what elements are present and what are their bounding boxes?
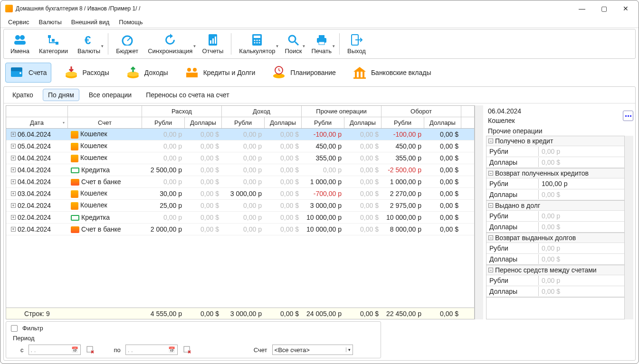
side-group-header[interactable]: −Получено в кредит [486,136,624,146]
tab-deposits[interactable]: Банковские вклады [348,63,435,82]
table-row[interactable]: +06.04.2024Кошелек0,00 р0,00 $0,00 р0,00… [6,129,474,140]
table-row[interactable]: +04.04.2024Счет в банке0,00 р0,00 $0,00 … [6,176,474,188]
tab-accounts[interactable]: Счета [5,63,51,83]
side-row: Рубли0,00 р [486,275,624,286]
col-income[interactable]: Доход [222,106,302,117]
collapse-icon[interactable]: − [488,268,493,272]
menu-help[interactable]: Помощь [114,18,147,27]
side-group-header[interactable]: −Выдано в долг [486,201,624,211]
tab-planning[interactable]: Планирование [267,63,340,82]
svg-point-34 [187,68,191,72]
col-turn[interactable]: Оборот [381,106,461,117]
clear-from-button[interactable] [86,345,95,355]
maximize-button[interactable]: ▢ [593,2,615,15]
side-row: Доллары0,00 $ [486,157,624,168]
menu-currencies[interactable]: Валюты [34,18,67,27]
vertical-scrollbar[interactable] [475,105,483,319]
subtab-brief[interactable]: Кратко [8,89,38,101]
more-options-button[interactable] [623,111,633,121]
chevron-down-icon: ▼ [332,44,335,48]
table-row[interactable]: +02.04.2024Кошелек25,00 р0,00 $0,00 р0,0… [6,200,474,212]
account-filter-select[interactable]: <Все счета>▾ [272,345,353,355]
side-group-header[interactable]: −Возврат полученных кредитов [486,168,624,178]
toolbar: Имена Категории € Валюты ▼ Бюджет Синхро… [3,29,636,59]
toolbar-search[interactable]: Поиск ▼ [280,31,306,56]
col-trn-rub[interactable]: Рубли [381,117,424,128]
bank-icon [71,179,79,186]
expand-icon[interactable]: + [11,191,16,196]
table-row[interactable]: +02.04.2024Счет в банке2 000,00 р0,00 $0… [6,224,474,235]
toolbar-calculator[interactable]: Калькулятор ▼ [234,31,280,56]
clear-to-button[interactable] [182,345,192,355]
side-row: Рубли0,00 р [486,243,624,254]
toolbar-sync[interactable]: Синхронизация ▼ [143,31,197,56]
svg-rect-11 [212,38,214,44]
table-body: +06.04.2024Кошелек0,00 р0,00 $0,00 р0,00… [6,129,474,308]
table-row[interactable]: +05.04.2024Кошелек0,00 р0,00 $0,00 р0,00… [6,140,474,152]
expand-icon[interactable]: + [11,203,16,208]
toolbar-budget[interactable]: Бюджет [111,31,143,56]
card-icon [71,168,79,173]
side-account: Кошелек [486,116,523,125]
expand-icon[interactable]: + [11,144,16,149]
users-icon [13,33,27,47]
table-row[interactable]: +04.04.2024Кредитка2 500,00 р0,00 $0,00 … [6,164,474,176]
col-expense[interactable]: Расход [142,106,222,117]
expand-icon[interactable]: + [11,156,16,160]
svg-point-1 [20,35,25,40]
expand-icon[interactable]: + [11,227,16,232]
table-row[interactable]: +02.04.2024Кредитка0,00 р0,00 $0,00 р0,0… [6,212,474,224]
collapse-icon[interactable]: − [488,139,493,143]
exit-icon [350,33,363,47]
menu-service[interactable]: Сервис [3,18,34,27]
chevron-down-icon: ▾ [63,121,65,125]
search-icon [286,33,300,47]
col-account[interactable]: Счет [68,117,142,128]
col-date[interactable]: Дата▾ [6,117,68,128]
expand-icon[interactable]: + [11,179,16,184]
svg-point-0 [15,35,20,40]
col-other[interactable]: Прочие операции [302,106,381,117]
expand-icon[interactable]: + [11,215,16,220]
toolbar-reports[interactable]: Отчеты [197,31,228,56]
filter-checkbox[interactable] [11,325,18,332]
expand-icon[interactable]: + [11,132,16,137]
table-row[interactable]: +04.04.2024Кошелек0,00 р0,00 $0,00 р0,00… [6,152,474,164]
collapse-icon[interactable]: − [488,235,493,240]
side-group-header[interactable]: −Возврат выданных долгов [486,233,624,243]
toolbar-exit[interactable]: Выход [343,31,371,56]
toolbar-currencies[interactable]: € Валюты ▼ [73,31,105,56]
col-exp-usd[interactable]: Доллары [185,117,222,128]
bank-icon [352,65,367,80]
col-inc-rub[interactable]: Рубли [222,117,265,128]
titlebar: Домашняя бухгалтерия 8 / Иванов /Пример … [0,0,639,17]
collapse-icon[interactable]: − [488,203,493,208]
side-scrollbar[interactable] [625,136,633,319]
tab-income[interactable]: Доходы [122,63,172,82]
toolbar-print[interactable]: Печать ▼ [306,31,336,56]
wallet-icon [71,131,78,139]
tab-credits[interactable]: Кредиты и Долги [181,63,259,82]
subtab-transfers[interactable]: Переносы со счета на счет [141,89,234,101]
chevron-down-icon: ▼ [100,44,104,48]
toolbar-names[interactable]: Имена [6,31,34,56]
menu-view[interactable]: Внешний вид [67,18,114,27]
date-from-input[interactable]: . .📅 [29,345,81,355]
minimize-button[interactable]: — [571,2,593,15]
table-row[interactable]: +03.04.2024Кошелек30,00 р0,00 $3 000,00 … [6,188,474,200]
collapse-icon[interactable]: − [488,171,493,176]
side-group-header[interactable]: −Перенос средств между счетами [486,265,624,275]
date-to-input[interactable]: . .📅 [125,345,178,355]
expand-icon[interactable]: + [11,168,16,172]
svg-rect-36 [186,73,198,77]
subtab-bydays[interactable]: По дням [43,89,79,101]
col-exp-rub[interactable]: Рубли [142,117,185,128]
col-inc-usd[interactable]: Доллары [265,117,302,128]
toolbar-categories[interactable]: Категории [34,31,73,56]
subtab-allops[interactable]: Все операции [84,89,136,101]
tab-expenses[interactable]: Расходы [60,63,113,82]
col-oth-usd[interactable]: Доллары [344,117,381,128]
col-oth-rub[interactable]: Рубли [302,117,344,128]
close-button[interactable]: ✕ [615,2,637,15]
col-trn-usd[interactable]: Доллары [424,117,461,128]
